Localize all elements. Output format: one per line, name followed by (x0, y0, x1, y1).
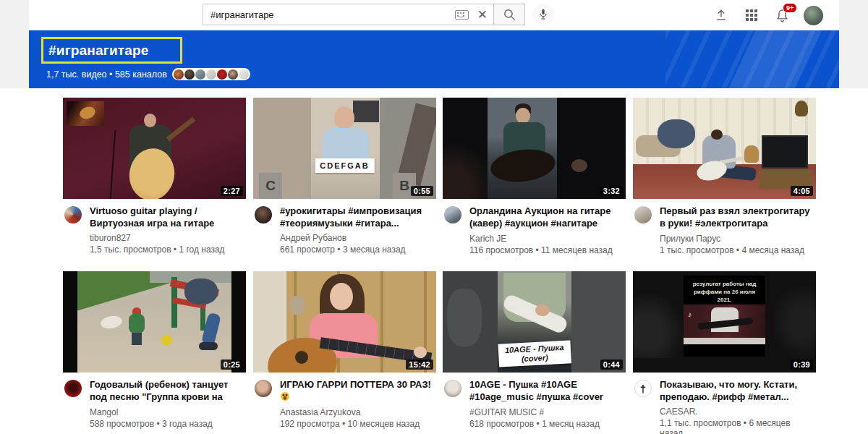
search-box[interactable]: ✕ (203, 4, 493, 25)
video-stats: 1 тыс. просмотров • 4 месяца назад (660, 245, 816, 255)
thumbnail-art (144, 114, 156, 127)
duration-badge: 0:39 (791, 359, 813, 370)
video-meta: Годовалый (ребенок) танцует под песню "Г… (63, 378, 246, 429)
page-edge-right (839, 0, 868, 88)
channel-avatar[interactable] (444, 206, 461, 224)
annotation-highlight-box: #игранагитаре (41, 37, 182, 64)
upload-button[interactable] (712, 7, 730, 24)
search-bar: ✕ (203, 4, 554, 25)
video-thumbnail[interactable]: 10AGE - Пушка (cover) 0:44 (443, 271, 626, 373)
thumbnail-label-line2: (cover) (521, 353, 548, 363)
video-meta: Virtuoso guitar playing / Виртуозная игр… (63, 205, 246, 255)
thumbnail-art (132, 333, 142, 345)
channel-avatar[interactable] (255, 206, 272, 224)
duration-badge: 3:32 (600, 186, 623, 196)
duration-badge: 0:44 (600, 359, 623, 370)
video-stats: 116 просмотров • 11 месяцев назад (469, 245, 626, 255)
thumbnail-art (199, 342, 218, 350)
notification-badge: 9+ (783, 3, 797, 13)
video-title[interactable]: Орландина Аукцион на гитаре (кавер) #аук… (469, 205, 626, 230)
thumbnail-art (353, 101, 379, 122)
apps-grid-button[interactable] (743, 7, 760, 24)
page-edge-left (0, 0, 29, 88)
search-icon (503, 8, 516, 22)
video-title[interactable]: Первый раз взял электрогитару в руки! #э… (660, 205, 816, 230)
hashtag-channel-avatar (239, 69, 249, 80)
hashtag-channel-avatar (195, 69, 205, 80)
top-right-icons: 9+ (712, 0, 823, 30)
channel-name[interactable]: Андрей Рубанов (280, 233, 436, 243)
thumbnail-label-line1: 10AGE - Пушка (504, 343, 563, 354)
channel-name[interactable]: Karich JE (469, 234, 626, 244)
thumbnail-art (658, 119, 695, 148)
thumbnail-art (711, 129, 723, 140)
hashtag-banner: #игранагитаре 1,7 тыс. видео • 585 канал… (29, 30, 839, 88)
thumbnail-art (795, 101, 808, 116)
keyboard-icon[interactable] (455, 10, 469, 20)
hashtag-channel-avatar (228, 69, 238, 80)
video-meta: ИГРАЮ ГАРРИ ПОТТЕРА 30 РАЗ! #игранагитар… (253, 378, 436, 429)
video-thumbnail[interactable]: 2:27 (63, 98, 246, 199)
video-card: 4:05 Первый раз взял электрогитару в рук… (633, 98, 816, 199)
video-stats: 1,5 тыс. просмотров • 1 год назад (90, 244, 246, 255)
channel-avatar[interactable] (64, 206, 82, 224)
thumbnail-art (330, 283, 353, 310)
search-button[interactable] (493, 4, 525, 25)
channel-avatars-pill[interactable] (172, 68, 250, 80)
apps-grid-icon (745, 9, 758, 22)
channel-avatar[interactable] (634, 206, 652, 224)
channel-avatar[interactable] (444, 380, 461, 397)
upload-icon (714, 8, 728, 22)
channel-name[interactable]: Mangol (90, 407, 246, 417)
channel-name[interactable]: CAESAR. (660, 407, 816, 417)
thumbnail-art (295, 351, 308, 364)
channel-avatar[interactable] (255, 380, 272, 397)
mic-icon (537, 8, 549, 21)
channel-name[interactable]: tiburon827 (90, 233, 246, 243)
thumbnail-art (110, 130, 116, 199)
video-thumbnail[interactable]: результат работы над риффами на 26 июля … (633, 271, 816, 373)
clear-search-icon[interactable]: ✕ (476, 9, 489, 21)
video-thumbnail[interactable]: 3:32 (443, 98, 626, 199)
channel-name[interactable]: Anastasia Arzyukova (280, 407, 436, 417)
video-title[interactable]: Virtuoso guitar playing / Виртуозная игр… (90, 205, 246, 229)
account-avatar[interactable] (804, 6, 823, 25)
video-title[interactable]: Показываю, что могу. Кстати, преподаю. #… (660, 378, 816, 403)
video-thumbnail[interactable]: 15:42 (253, 271, 436, 373)
thumbnail-art (535, 305, 550, 316)
thumbnail-art (63, 271, 77, 373)
video-meta: #урокигитары #импровизация #теориямузыки… (253, 205, 436, 255)
thumbnail-art (289, 296, 305, 315)
video-card: результат работы над риффами на 26 июля … (633, 271, 816, 373)
duration-badge: 4:05 (791, 186, 813, 196)
video-title[interactable]: 10AGE - Пушка #10AGE #10age_music #пушка… (469, 378, 626, 404)
video-title[interactable]: ИГРАЮ ГАРРИ ПОТТЕРА 30 РАЗ! #игранагитар… (280, 378, 436, 404)
video-title-line1: ИГРАЮ ГАРРИ ПОТТЕРА 30 РАЗ! (280, 379, 431, 390)
thumbnail-art (129, 314, 145, 333)
channel-name[interactable]: #GUITAR MUSIC # (469, 407, 626, 417)
thumbnail-art (231, 271, 246, 373)
channel-avatar[interactable] (634, 380, 652, 397)
hashtag-stats-row: 1,7 тыс. видео • 585 каналов (46, 68, 250, 80)
search-input[interactable] (210, 9, 455, 20)
duration-badge: 15:42 (406, 359, 433, 370)
video-thumbnail[interactable]: 4:05 (633, 98, 816, 199)
channel-name[interactable]: Прилуки Парус (660, 234, 816, 244)
video-stats: 1,1 тыс. просмотров • 6 месяцев назад (660, 418, 816, 434)
video-title[interactable]: Годовалый (ребенок) танцует под песню "Г… (90, 378, 246, 404)
hashtag-channel-avatar (184, 69, 195, 80)
video-thumbnail[interactable]: C B CDEFGAB 0:55 (253, 98, 436, 199)
video-meta: 10AGE - Пушка #10AGE #10age_music #пушка… (443, 378, 626, 429)
thumbnail-art (166, 117, 196, 142)
notifications-button[interactable]: 9+ (773, 7, 791, 24)
video-card: 3:32 Орландина Аукцион на гитаре (кавер)… (443, 98, 626, 199)
thumbnail-art (516, 108, 530, 124)
channel-avatar[interactable] (64, 380, 82, 397)
video-title[interactable]: #урокигитары #импровизация #теориямузыки… (280, 205, 436, 229)
thumbnail-art (571, 159, 587, 172)
thumbnail-overlay-label: 10AGE - Пушка (cover) (498, 340, 571, 367)
mic-button[interactable] (532, 4, 554, 25)
video-thumbnail[interactable]: 0:25 (63, 271, 246, 373)
thumbnail-art (184, 278, 218, 305)
video-stats: 661 просмотр • 3 месяца назад (280, 244, 436, 255)
